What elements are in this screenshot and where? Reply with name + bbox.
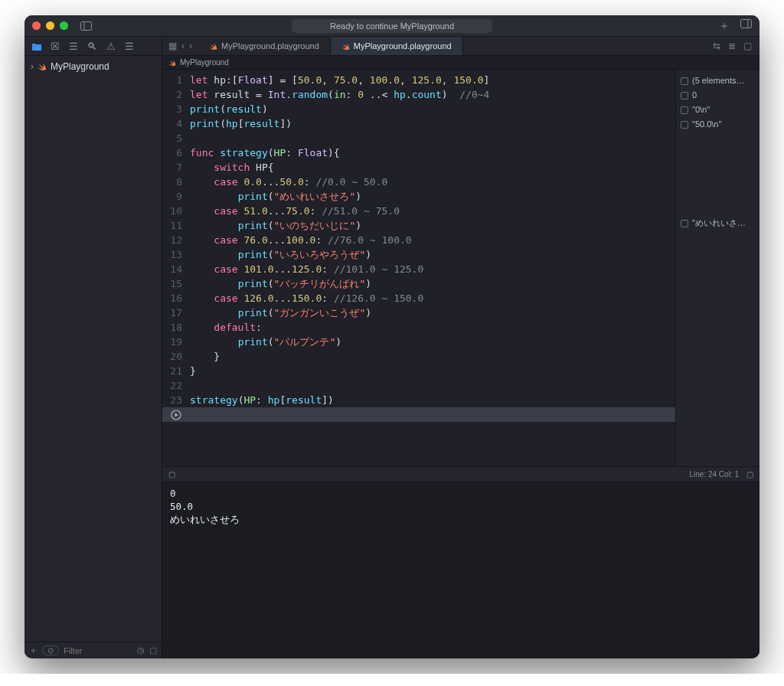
add-file-icon[interactable]: ＋	[29, 645, 38, 656]
line-number: 1	[162, 73, 190, 87]
results-sidebar: (5 elements… 0 "0\n" "50.0\n" "めいれいさ…	[675, 70, 760, 466]
toggle-inspectors-icon[interactable]	[740, 19, 752, 33]
editor-tab[interactable]: MyPlayground.playground	[198, 37, 331, 55]
navigator-filter-input[interactable]	[64, 646, 117, 655]
quicklook-icon[interactable]	[681, 121, 688, 129]
editor-area: ▦ ‹ › MyPlayground.playground MyPlaygrou…	[162, 37, 760, 658]
result-label: 0	[692, 89, 697, 102]
line-number: 4	[162, 116, 190, 131]
line-number: 5	[162, 131, 190, 145]
toggle-console-icon[interactable]: ▢	[746, 470, 753, 479]
result-row[interactable]: "0\n"	[681, 103, 755, 116]
line-number: 22	[162, 378, 190, 393]
project-tree[interactable]: › MyPlayground	[24, 56, 162, 642]
svg-rect-2	[741, 19, 752, 28]
line-number: 16	[162, 291, 190, 305]
source-editor[interactable]: 1let hp:[Float] = [50.0, 75.0, 100.0, 12…	[162, 70, 675, 466]
line-number: 3	[162, 102, 190, 116]
quicklook-icon[interactable]	[681, 220, 688, 227]
zoom-window-button[interactable]	[60, 21, 68, 30]
go-forward-icon[interactable]: ›	[189, 41, 192, 51]
result-label: (5 elements…	[692, 74, 744, 87]
result-row[interactable]: 0	[681, 89, 755, 102]
line-number: 11	[162, 218, 190, 233]
jump-bar-label: MyPlayground	[180, 58, 229, 67]
navigator-tabs: ☒ ☰ 🔍︎ ⚠︎ ☰	[24, 37, 162, 56]
issue-nav-icon[interactable]: ⚠︎	[106, 41, 116, 52]
swift-file-icon	[209, 42, 217, 51]
svg-rect-0	[81, 21, 92, 30]
line-number: 18	[162, 320, 190, 335]
project-navigator-icon[interactable]	[32, 42, 41, 51]
editor-tabbar: ▦ ‹ › MyPlayground.playground MyPlaygrou…	[162, 37, 760, 56]
quicklook-icon[interactable]	[681, 92, 688, 100]
add-tab-icon[interactable]: ＋	[719, 19, 730, 33]
result-label: "50.0\n"	[692, 118, 721, 131]
quicklook-icon[interactable]	[681, 106, 688, 114]
symbol-nav-icon[interactable]: ☰	[69, 41, 78, 52]
line-number: 21	[162, 364, 190, 378]
line-number: 8	[162, 175, 190, 189]
navigator-footer: ＋ ⊙ ◷ ▢	[24, 642, 162, 658]
xcode-window: Ready to continue MyPlayground ＋ ☒ ☰ 🔍︎ …	[24, 15, 760, 658]
swift-file-icon	[168, 59, 176, 67]
swift-file-icon	[341, 42, 350, 51]
line-number: 12	[162, 233, 190, 247]
line-number: 15	[162, 276, 190, 291]
line-number: 20	[162, 349, 190, 364]
play-icon[interactable]	[162, 410, 190, 420]
line-number: 7	[162, 160, 190, 175]
window-controls	[32, 21, 68, 30]
line-number: 14	[162, 262, 190, 276]
quicklook-icon[interactable]	[681, 77, 688, 85]
adjust-editor-icon[interactable]: ⇆	[713, 41, 720, 51]
result-row[interactable]: "めいれいさ…	[681, 217, 755, 230]
related-items-icon[interactable]: ▦	[168, 41, 177, 51]
add-editor-icon[interactable]: ▢	[743, 41, 752, 51]
go-back-icon[interactable]: ‹	[181, 41, 185, 51]
editor-options-icon[interactable]: ≣	[728, 41, 736, 51]
minimize-window-button[interactable]	[46, 21, 54, 30]
swift-file-icon	[38, 62, 47, 71]
line-number: 2	[162, 87, 190, 102]
line-number: 17	[162, 305, 190, 320]
result-label: "0\n"	[692, 103, 710, 116]
console-toolbar: ▢ Line: 24 Col: 1 ▢	[162, 467, 760, 482]
source-control-nav-icon[interactable]: ☒	[51, 41, 60, 52]
titlebar: Ready to continue MyPlayground ＋	[24, 15, 760, 37]
tab-label: MyPlayground.playground	[354, 41, 452, 51]
filter-scope-pill[interactable]: ⊙	[42, 645, 59, 655]
line-number: 13	[162, 247, 190, 262]
result-label: "めいれいさ…	[692, 217, 746, 230]
disclosure-icon[interactable]: ›	[31, 61, 34, 72]
report-nav-icon[interactable]: ☰	[125, 41, 134, 52]
result-row[interactable]: "50.0\n"	[681, 118, 755, 131]
line-number: 23	[162, 393, 190, 407]
line-number: 10	[162, 204, 190, 218]
execute-line[interactable]	[162, 407, 675, 422]
console-output[interactable]: 0 50.0 めいれいさせろ	[162, 482, 760, 658]
line-number: 6	[162, 145, 190, 160]
tab-label: MyPlayground.playground	[221, 41, 319, 51]
result-row[interactable]: (5 elements…	[681, 74, 755, 87]
tree-row[interactable]: › MyPlayground	[31, 60, 155, 73]
tree-item-label: MyPlayground	[51, 61, 109, 72]
line-number: 19	[162, 335, 190, 349]
close-window-button[interactable]	[32, 21, 41, 30]
editor-tab-active[interactable]: MyPlayground.playground	[331, 37, 463, 55]
line-number: 9	[162, 189, 190, 204]
find-nav-icon[interactable]: 🔍︎	[87, 41, 97, 52]
scm-filter-icon[interactable]: ▢	[149, 645, 157, 655]
toggle-navigator-icon[interactable]	[80, 21, 92, 31]
cursor-position: Line: 24 Col: 1	[690, 470, 740, 479]
jump-bar[interactable]: MyPlayground	[162, 56, 760, 70]
navigator-panel: ☒ ☰ 🔍︎ ⚠︎ ☰ › MyPlayground ＋ ⊙ ◷	[24, 37, 162, 658]
toggle-variables-view-icon[interactable]: ▢	[168, 470, 175, 479]
activity-status: Ready to continue MyPlayground	[292, 19, 492, 33]
recent-files-icon[interactable]: ◷	[137, 645, 145, 655]
